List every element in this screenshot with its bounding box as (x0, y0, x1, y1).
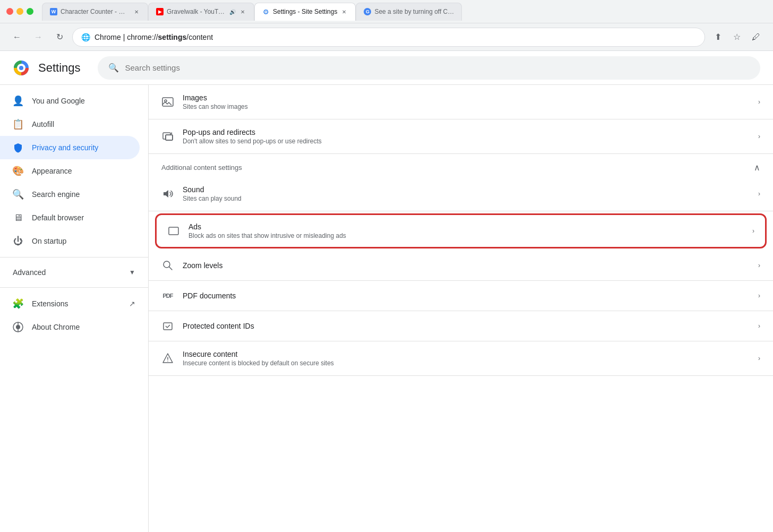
sidebar-label: On startup (32, 237, 66, 245)
popups-subtitle: Don't allow sites to send pop-ups or use… (183, 138, 750, 145)
traffic-lights (6, 8, 33, 15)
insecure-content-title: Insecure content (183, 350, 750, 358)
sound-text: Sound Sites can play sound (183, 185, 750, 202)
search-input[interactable] (125, 63, 750, 72)
chevron-right-icon: › (758, 133, 760, 140)
extension-button[interactable]: 🖊 (748, 29, 765, 46)
tab-favicon: ⚙ (262, 8, 270, 15)
insecure-content-item[interactable]: Insecure content Insecure content is blo… (149, 341, 773, 376)
sidebar-item-you-google[interactable]: 👤 You and Google (0, 89, 140, 113)
svg-point-8 (16, 325, 20, 329)
ads-title: Ads (188, 222, 744, 231)
sidebar-label: Extensions (32, 299, 121, 308)
ads-item[interactable]: Ads Block ads on sites that show intrusi… (155, 213, 767, 248)
zoom-text: Zoom levels (183, 261, 750, 270)
tab-google-info[interactable]: G See a site by turning off Chr... (356, 3, 462, 21)
tab-favicon: W (50, 8, 57, 15)
tab-character-counter[interactable]: W Character Counter - WordCou... ✕ (42, 3, 148, 21)
sidebar-label: Appearance (32, 167, 72, 175)
tab-settings[interactable]: ⚙ Settings - Site Settings ✕ (254, 3, 356, 21)
sound-subtitle: Sites can play sound (183, 195, 750, 202)
popups-item[interactable]: Pop-ups and redirects Don't allow sites … (149, 119, 773, 154)
address-bar[interactable]: 🌐 Chrome | chrome://settings/content (72, 28, 705, 47)
search-box[interactable]: 🔍 (98, 56, 761, 80)
popups-title: Pop-ups and redirects (183, 128, 750, 136)
additional-content-header[interactable]: Additional content settings ∧ (149, 154, 773, 177)
sidebar-label: About Chrome (32, 323, 135, 331)
sidebar-item-on-startup[interactable]: ⏻ On startup (0, 229, 140, 253)
protected-content-title: Protected content IDs (183, 322, 750, 330)
sidebar-item-privacy-security[interactable]: Privacy and security (0, 136, 140, 159)
images-title: Images (183, 93, 750, 102)
search-icon: 🔍 (108, 63, 119, 73)
svg-line-19 (169, 267, 173, 270)
protected-content-text: Protected content IDs (183, 322, 750, 330)
collapse-icon[interactable]: ∧ (754, 162, 760, 173)
sidebar-item-search-engine[interactable]: 🔍 Search engine (0, 183, 140, 206)
sound-item[interactable]: Sound Sites can play sound › (149, 177, 773, 211)
ads-subtitle: Block ads on sites that show intrusive o… (188, 232, 744, 239)
nav-bar: ← → ↻ 🌐 Chrome | chrome://settings/conte… (0, 23, 773, 51)
autofill-icon: 📋 (13, 119, 23, 130)
tabs-bar: W Character Counter - WordCou... ✕ ▶ Gra… (42, 3, 767, 21)
advanced-label: Advanced (13, 268, 125, 277)
sidebar-item-autofill[interactable]: 📋 Autofill (0, 113, 140, 136)
popups-text: Pop-ups and redirects Don't allow sites … (183, 128, 750, 145)
address-keyword: settings (158, 33, 187, 41)
settings-page: Settings 🔍 👤 You and Google 📋 Autofill (0, 51, 773, 532)
startup-icon: ⏻ (13, 236, 23, 246)
browser-icon: 🖥 (13, 212, 23, 223)
tab-close-icon[interactable]: ✕ (133, 8, 140, 15)
minimize-button[interactable] (16, 8, 23, 15)
forward-button[interactable]: → (30, 29, 47, 46)
lock-icon: 🌐 (81, 33, 90, 41)
share-button[interactable]: ⬆ (709, 29, 726, 46)
chevron-down-icon: ▼ (129, 269, 135, 276)
bookmark-button[interactable]: ☆ (728, 29, 745, 46)
tab-title: Character Counter - WordCou... (61, 8, 130, 15)
tab-title: Settings - Site Settings (273, 8, 337, 15)
sidebar-item-default-browser[interactable]: 🖥 Default browser (0, 206, 140, 229)
images-icon (161, 96, 174, 108)
images-item[interactable]: Images Sites can show images › (149, 85, 773, 119)
extensions-icon: 🧩 (13, 298, 23, 309)
sound-title: Sound (183, 185, 750, 194)
back-button[interactable]: ← (8, 29, 25, 46)
sound-icon (161, 187, 174, 200)
chevron-right-icon: › (758, 98, 760, 106)
palette-icon: 🎨 (13, 166, 23, 176)
chevron-right-icon: › (758, 190, 760, 198)
sidebar-label: Privacy and security (32, 143, 98, 152)
sidebar-item-extensions[interactable]: 🧩 Extensions ↗ (0, 292, 148, 315)
sidebar-item-about-chrome[interactable]: About Chrome (0, 315, 148, 339)
chevron-right-icon: › (758, 292, 760, 299)
tab-close-icon[interactable]: ✕ (239, 8, 246, 15)
close-button[interactable] (6, 8, 13, 15)
chevron-right-icon: › (752, 227, 754, 235)
settings-body: 👤 You and Google 📋 Autofill Privacy and … (0, 85, 773, 532)
zoom-item[interactable]: Zoom levels › (149, 251, 773, 281)
pdf-text: PDF documents (183, 291, 750, 300)
ads-icon (167, 225, 180, 237)
tab-close-icon[interactable]: ✕ (340, 8, 348, 15)
svg-marker-16 (164, 190, 168, 198)
sidebar-item-appearance[interactable]: 🎨 Appearance (0, 159, 140, 183)
svg-rect-17 (169, 227, 178, 235)
section-title: Additional content settings (161, 164, 242, 171)
warning-icon (161, 352, 174, 365)
tab-favicon: G (364, 8, 371, 15)
sidebar-item-advanced[interactable]: Advanced ▼ (0, 262, 148, 283)
images-subtitle: Sites can show images (183, 103, 750, 110)
external-link-icon: ↗ (129, 299, 135, 308)
svg-point-22 (167, 361, 168, 362)
protected-content-item[interactable]: Protected content IDs › (149, 311, 773, 341)
tab-youtube[interactable]: ▶ Gravelwalk - YouTube 🔊 ✕ (148, 3, 254, 21)
maximize-button[interactable] (27, 8, 33, 15)
popups-icon (161, 130, 174, 143)
sidebar-label: You and Google (32, 97, 85, 105)
search-icon: 🔍 (13, 189, 23, 200)
pdf-item[interactable]: PDF PDF documents › (149, 281, 773, 311)
sidebar: 👤 You and Google 📋 Autofill Privacy and … (0, 85, 149, 532)
zoom-icon (161, 259, 174, 272)
reload-button[interactable]: ↻ (51, 29, 68, 46)
